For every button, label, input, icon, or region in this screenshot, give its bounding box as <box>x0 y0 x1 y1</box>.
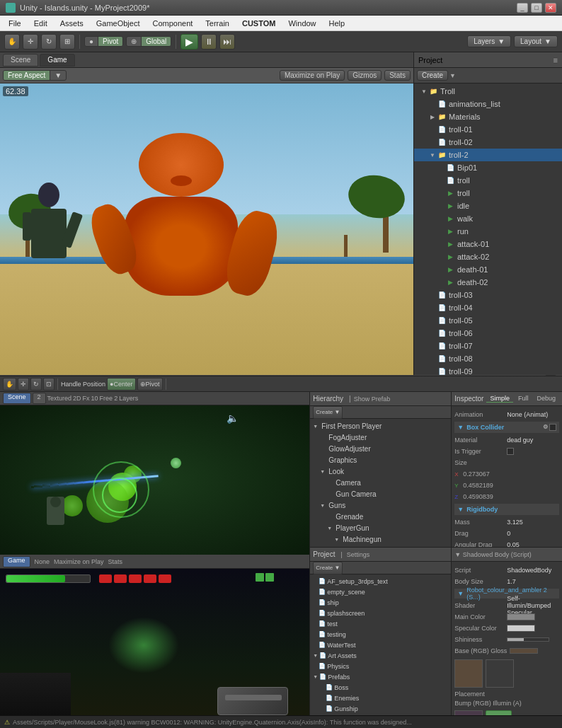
hierarchy-item-4[interactable]: Look <box>310 466 451 477</box>
project-tree-item-11[interactable]: ▶run <box>414 225 562 238</box>
bt-center-button[interactable]: ●Center <box>107 378 135 391</box>
menu-window[interactable]: Window <box>282 18 321 29</box>
menu-assets[interactable]: Assets <box>55 18 89 29</box>
aspect-arrow[interactable]: ▼ <box>50 71 66 80</box>
step-button[interactable]: ⏭ <box>219 34 235 50</box>
layout-dropdown[interactable]: Layout ▼ <box>514 35 558 47</box>
hierarchy-item-2[interactable]: GlowAdjuster <box>310 443 451 454</box>
project-tree-bottom[interactable]: 📄AF_setup_3rdps_text📄empty_scene📄ship📄sp… <box>310 574 451 728</box>
pb-item-1[interactable]: 📄empty_scene <box>310 587 451 597</box>
aspect-label[interactable]: Free Aspect <box>4 71 50 80</box>
pb-item-6[interactable]: 📄WaterTest <box>310 640 451 650</box>
rb-expand-arrow[interactable]: ▼ <box>457 506 464 513</box>
project-tree-item-10[interactable]: ▶walk <box>414 212 562 225</box>
play-button[interactable]: ▶ <box>180 34 198 50</box>
menu-edit[interactable]: Edit <box>28 18 53 29</box>
project-tree-item-14[interactable]: ▶death-01 <box>414 263 562 276</box>
project-tree-item-0[interactable]: ▼📁Troll <box>414 85 562 98</box>
hierarchy-item-10[interactable]: Machinegun <box>310 533 451 545</box>
project-tree-item-13[interactable]: ▶attack-02 <box>414 250 562 263</box>
hierarchy-item-0[interactable]: First Person Player <box>310 420 451 432</box>
pb-item-3[interactable]: 📄splashscreen <box>310 608 451 618</box>
project-tree-item-12[interactable]: ▶attack-01 <box>414 238 562 250</box>
hierarchy-item-8[interactable]: Grenade <box>310 511 451 522</box>
hierarchy-item-3[interactable]: Graphics <box>310 454 451 466</box>
project-tree[interactable]: ▼📁Troll📄animations_list▶📁Materials📄troll… <box>414 83 562 375</box>
scene-tab-2[interactable]: 2 <box>33 393 46 404</box>
show-prefab-label[interactable]: Show Prefab <box>354 395 391 403</box>
project-tree-item-5[interactable]: ▼📁troll-2 <box>414 149 562 161</box>
trigger-checkbox[interactable] <box>507 448 514 455</box>
create-dropdown-arrow[interactable]: ▼ <box>449 72 456 79</box>
minimize-button[interactable]: _ <box>517 3 528 13</box>
2d-label[interactable]: 2D <box>73 395 81 402</box>
shininess-bottom-slider[interactable] <box>507 637 549 642</box>
pb-item-12[interactable]: 📄Gunship <box>310 703 451 714</box>
bt-scale-button[interactable]: ⊡ <box>43 378 55 391</box>
pb-item-4[interactable]: 📄test <box>310 618 451 629</box>
pb-item-0[interactable]: 📄AF_setup_3rdps_text <box>310 576 451 587</box>
scale-tool-button[interactable]: ⊞ <box>59 34 75 50</box>
game-tab-bottom[interactable]: Game <box>3 556 30 567</box>
project-tree-item-22[interactable]: 📄troll-09 <box>414 365 562 375</box>
pb-item-2[interactable]: 📄ship <box>310 597 451 608</box>
scene-tab[interactable]: Scene <box>3 54 38 67</box>
gizmos-button[interactable]: Gizmos <box>348 70 382 81</box>
project-tree-item-18[interactable]: 📄troll-05 <box>414 314 562 327</box>
main-color-bottom-swatch[interactable] <box>507 613 535 620</box>
project-tree-item-7[interactable]: 📄troll <box>414 174 562 187</box>
inspector-tab-simple[interactable]: Simple <box>486 395 513 403</box>
inspector-tab-full[interactable]: Full <box>515 395 532 403</box>
maximize-play-bottom[interactable]: Maximize on Play <box>54 558 104 565</box>
pb-item-7[interactable]: ▼📄Art Assets <box>310 650 451 661</box>
pb-item-11[interactable]: 📄Enemies <box>310 693 451 703</box>
menu-terrain[interactable]: Terrain <box>200 18 235 29</box>
bt-hand-button[interactable]: ✋ <box>3 378 16 391</box>
hierarchy-item-11[interactable]: Flare <box>310 545 451 547</box>
bt-rotate-button[interactable]: ↻ <box>30 378 42 391</box>
pause-button[interactable]: ⏸ <box>201 34 217 50</box>
texture-thumb-2[interactable] <box>486 659 514 688</box>
project-tree-item-15[interactable]: ▶death-02 <box>414 276 562 289</box>
bt-move-button[interactable]: ✛ <box>18 378 29 391</box>
texture-thumb-1[interactable] <box>454 659 483 688</box>
project-tree-item-19[interactable]: 📄troll-06 <box>414 327 562 340</box>
layers-dropdown[interactable]: Layers ▼ <box>467 35 511 47</box>
hierarchy-tree[interactable]: First Person PlayerFogAdjusterGlowAdjust… <box>310 419 451 547</box>
project-tree-item-20[interactable]: 📄troll-07 <box>414 340 562 352</box>
pb-item-10[interactable]: 📄Boss <box>310 682 451 693</box>
pb-item-8[interactable]: 📄Physics <box>310 661 451 671</box>
specular-bottom-swatch[interactable] <box>507 625 535 632</box>
close-button[interactable]: ✕ <box>545 3 556 13</box>
project-tree-item-4[interactable]: 📄troll-02 <box>414 136 562 149</box>
window-controls[interactable]: _ □ ✕ <box>517 3 556 13</box>
layers-2[interactable]: 2 <box>114 395 117 402</box>
global-button[interactable]: Global <box>142 37 171 46</box>
game-tab[interactable]: Game <box>40 54 74 67</box>
project-tree-item-21[interactable]: 📄troll-08 <box>414 352 562 365</box>
menu-component[interactable]: Component <box>147 18 198 29</box>
hierarchy-item-6[interactable]: Gun Camera <box>310 488 451 499</box>
project-tree-item-2[interactable]: ▶📁Materials <box>414 110 562 123</box>
pivot-button[interactable]: Pivot <box>98 37 122 46</box>
maximize-button[interactable]: □ <box>531 3 542 13</box>
expand-arrow[interactable]: ▼ <box>457 424 464 431</box>
menu-custom[interactable]: CUSTOM <box>236 18 281 29</box>
component-enabled-checkbox[interactable] <box>549 424 556 431</box>
layers-bottom-label[interactable]: Layers <box>119 395 138 402</box>
project-create-button[interactable]: Create <box>417 70 448 81</box>
pb-item-9[interactable]: ▼📄Prefabs <box>310 671 451 682</box>
component-settings[interactable]: ⚙ <box>543 424 548 431</box>
project-tree-item-3[interactable]: 📄troll-01 <box>414 123 562 136</box>
textured-label[interactable]: Textured <box>47 395 72 402</box>
stats-bottom[interactable]: Stats <box>108 558 123 565</box>
robot-colour-expand[interactable]: ▼ <box>457 590 464 597</box>
stats-button[interactable]: Stats <box>384 70 411 81</box>
menu-gameobject[interactable]: GameObject <box>91 18 146 29</box>
project-tree-item-6[interactable]: 📄Bip01 <box>414 161 562 174</box>
free-label[interactable]: Free <box>100 395 113 402</box>
rotate-tool-button[interactable]: ↻ <box>41 34 57 50</box>
hierarchy-item-1[interactable]: FogAdjuster <box>310 432 451 443</box>
menu-file[interactable]: File <box>3 18 27 29</box>
menu-help[interactable]: Help <box>323 18 351 29</box>
